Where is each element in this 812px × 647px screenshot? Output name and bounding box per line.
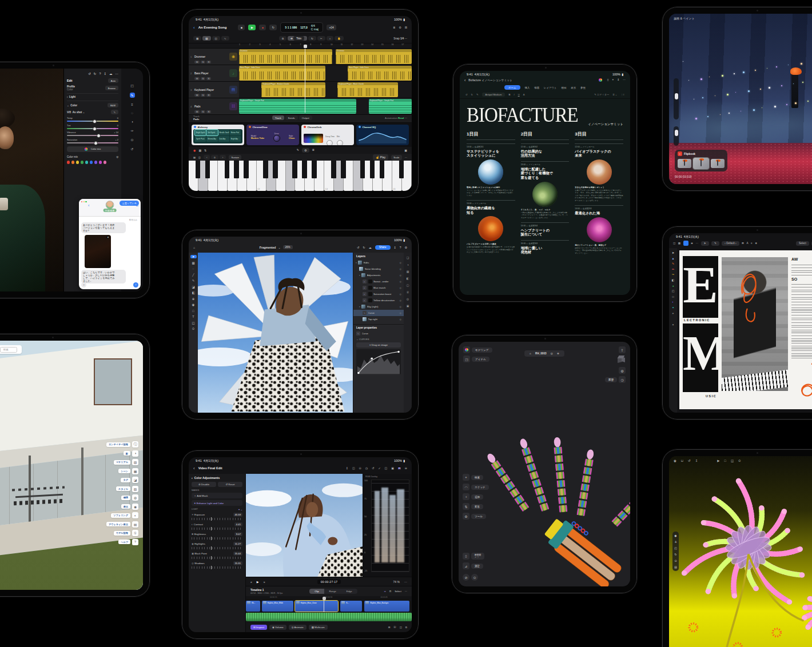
type-icon[interactable]: A [746, 242, 748, 245]
color-swatch[interactable] [67, 161, 70, 164]
disable-button[interactable]: ⊘ Disable [192, 482, 216, 487]
panel-toggle-icon[interactable]: ▣ [404, 149, 407, 152]
undo-icon[interactable]: ↺ [372, 466, 374, 470]
faders-icon[interactable]: ≣ [312, 148, 315, 153]
inspector-tab[interactable]: Output [299, 115, 312, 120]
octave-down[interactable]: ‹ [204, 155, 210, 159]
r-button[interactable]: R [206, 94, 212, 97]
import-icon[interactable]: ↥ [346, 466, 348, 470]
pan-icon[interactable]: ✛ [674, 540, 676, 544]
items-tab[interactable]: アイテム [472, 357, 489, 362]
video-clip[interactable]: Skyline_Blue_Close [295, 601, 338, 612]
cursor-tool[interactable]: ➤ [701, 241, 709, 246]
r-button[interactable]: R [206, 61, 212, 63]
piano-black-key[interactable] [331, 161, 336, 178]
color-mix-row[interactable]: Color mix [67, 155, 78, 158]
panel-button[interactable]: ① [132, 530, 138, 536]
home-icon[interactable]: ⌂ [530, 352, 531, 355]
paint-icon[interactable]: ✎ [476, 93, 479, 96]
settings-icon[interactable]: ⊙ [738, 459, 741, 462]
panel-button[interactable]: ▨ [132, 459, 138, 465]
back-icon[interactable]: ‹ [193, 25, 195, 30]
import-icon[interactable]: ⇧ [619, 346, 626, 353]
info-icon[interactable]: ⓘ [407, 283, 409, 287]
midi-region[interactable]: Keyboard Player - Broken Chords [261, 82, 325, 97]
volume-button[interactable]: ◉ Volume [269, 625, 286, 630]
track-header[interactable]: 2Bass PlayerMSR♪ [189, 65, 239, 81]
panel-button[interactable]: ◉ [132, 504, 138, 510]
visibility-icon[interactable]: ◎ [400, 299, 402, 302]
select-button[interactable]: Select [796, 241, 809, 246]
multicam-button[interactable]: ▦ Multicam [309, 625, 328, 630]
panel-button[interactable]: ▧ [132, 486, 138, 492]
visibility-icon[interactable]: ◎ [400, 305, 402, 308]
healing-icon[interactable]: ◌ [131, 111, 133, 115]
drag-on-image-button[interactable]: ⌖ Drag on image [356, 342, 401, 348]
power-icon[interactable] [249, 126, 251, 128]
piano-black-key[interactable] [196, 161, 201, 178]
ribbon-tab[interactable]: レイアウト [544, 86, 556, 89]
adjustment-slider[interactable]: ◎ Shadows15.31 [192, 561, 242, 569]
crop-tool[interactable]: ◰ [672, 289, 675, 293]
adjustment-slider[interactable]: ✺ Brightness9.07 [192, 532, 242, 540]
adjustment-slider[interactable]: ▣ Black Point15.44 [192, 552, 242, 559]
modeling-tab[interactable]: モデリング [472, 348, 492, 353]
track-lane[interactable]: Bass Player - Indie DiscoBass Player - I… [239, 65, 412, 81]
style-control[interactable]: StyleClean [289, 135, 294, 139]
playhead[interactable] [324, 600, 324, 612]
section-view-icon[interactable]: ▯ [463, 553, 469, 560]
panel-slider[interactable]: Vibrance+ 14 [67, 131, 118, 136]
track-lane[interactable]: Keyboard Player - Broken ChordsKeyboard … [239, 82, 412, 98]
frame-thumbnail[interactable] [678, 159, 691, 168]
panel-button[interactable]: ◐ [132, 512, 138, 518]
play-icon[interactable]: ▶ [717, 459, 719, 462]
canvas[interactable] [198, 253, 353, 413]
mode-tab[interactable]: Edge [341, 589, 357, 594]
add-attachment-icon[interactable]: ＋ [81, 282, 86, 287]
ribbon-tab[interactable]: ホーム [504, 85, 520, 90]
expand-icon[interactable]: ⧉ [405, 626, 407, 629]
preview-icon[interactable]: ▣ [391, 466, 394, 470]
midi-region[interactable]: Bass Player - Indie Disco [239, 66, 325, 81]
color-swatch[interactable] [94, 161, 98, 164]
video-clip[interactable]: Skyline_Blue_Backgro [364, 601, 409, 612]
scopes-icon[interactable]: ⬒ [398, 466, 401, 470]
tool-item[interactable]: ⌖検索 [463, 474, 483, 481]
eye-icon[interactable]: ◎ [407, 297, 409, 301]
automation-status[interactable]: Automation Read ⋯ [385, 117, 407, 119]
cycle-icon[interactable]: ↻ [269, 25, 277, 30]
cloud-icon[interactable]: ☁ [369, 246, 372, 249]
layer-row[interactable]: ◐Blue match◎ [353, 285, 404, 291]
document-page[interactable]: BIOFACTURE イノベーションサミット 1日目 14:00 — 会議室20… [460, 99, 630, 295]
visibility-icon[interactable]: ◎ [400, 318, 402, 321]
s-button[interactable]: S [201, 61, 206, 63]
color-swatch[interactable] [85, 161, 89, 164]
document-title[interactable]: RH_0003 [535, 352, 546, 355]
marquee-icon[interactable]: ⌖ [327, 36, 334, 41]
piano-black-key[interactable] [234, 161, 239, 178]
slider-track[interactable] [67, 135, 118, 136]
grid-icon[interactable]: ▦ [678, 242, 680, 245]
fullscreen-icon[interactable]: ▣ [407, 304, 409, 307]
scale-button[interactable]: Scale [391, 155, 402, 160]
property-layer-row[interactable]: ∿Curve [356, 330, 401, 337]
layer-row[interactable]: ▾Adjustments◎ [353, 272, 404, 278]
export-icon[interactable]: ↥ [695, 459, 698, 462]
active-tool-icon[interactable] [683, 241, 688, 246]
stop-icon[interactable]: □ [725, 459, 726, 462]
more-icon[interactable]: ⋯ [116, 72, 119, 75]
panel-slider[interactable]: Saturation+ 2 [67, 138, 118, 143]
s-button[interactable]: S [201, 94, 206, 97]
history-icon[interactable]: ↺ [131, 147, 134, 151]
design-icon[interactable] [599, 78, 602, 82]
plugin-alchemy[interactable]: Alchemy Bright SynthSoft SynthMetallic S… [192, 125, 244, 145]
layer-row[interactable]: Noise blending◎ [353, 266, 404, 272]
move-tool[interactable]: ➤ [190, 255, 197, 258]
color-swatch[interactable] [104, 161, 107, 164]
split-view-icon[interactable]: ◫ [385, 466, 388, 470]
color-wheel-icon[interactable] [463, 346, 470, 353]
piano-black-key[interactable] [302, 161, 307, 178]
brush-tool[interactable]: ✎ [672, 262, 674, 265]
octave-up[interactable]: › [220, 155, 226, 159]
panel-button[interactable]: ◑ [132, 450, 138, 457]
